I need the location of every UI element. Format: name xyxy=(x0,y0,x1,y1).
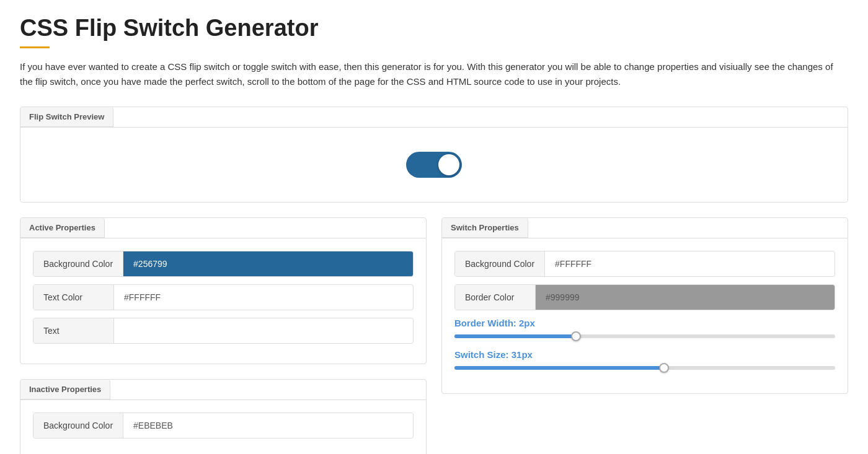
active-properties-header-wrapper: Active Properties xyxy=(20,218,426,238)
left-column: Active Properties Background Color #2567… xyxy=(20,217,427,454)
border-width-label: Border Width: 2px xyxy=(454,318,835,328)
properties-grid: Active Properties Background Color #2567… xyxy=(20,217,848,454)
switch-border-color-row: Border Color #999999 xyxy=(454,284,835,310)
toggle-knob xyxy=(438,154,459,175)
active-text-color-label: Text Color xyxy=(33,285,114,310)
border-width-value: 2px xyxy=(519,318,535,328)
active-text-row: Text xyxy=(33,318,414,344)
preview-panel-header-wrapper: Flip Switch Preview xyxy=(20,107,848,128)
switch-properties-content: Background Color #FFFFFF Border Color #9… xyxy=(442,238,848,393)
preview-panel: Flip Switch Preview xyxy=(20,107,848,203)
preview-panel-header: Flip Switch Preview xyxy=(20,107,113,127)
page-title: CSS Flip Switch Generator xyxy=(20,15,848,41)
switch-border-color-value[interactable]: #999999 xyxy=(536,285,835,310)
switch-border-color-label: Border Color xyxy=(455,285,536,310)
active-text-value[interactable] xyxy=(114,323,413,338)
preview-panel-content xyxy=(20,128,848,202)
switch-properties-header: Switch Properties xyxy=(442,218,528,238)
border-width-track xyxy=(454,334,835,338)
inactive-properties-panel: Inactive Properties Background Color #EB… xyxy=(20,379,427,454)
switch-properties-header-wrapper: Switch Properties xyxy=(442,218,848,238)
title-underline xyxy=(20,46,50,48)
border-width-container: Border Width: 2px xyxy=(454,318,835,338)
active-properties-panel: Active Properties Background Color #2567… xyxy=(20,217,427,364)
inactive-properties-content: Background Color #EBEBEB xyxy=(20,400,426,454)
active-properties-content: Background Color #256799 Text Color #FFF… xyxy=(20,238,426,364)
active-text-label: Text xyxy=(33,318,114,343)
active-text-color-value[interactable]: #FFFFFF xyxy=(114,285,413,310)
switch-size-value: 31px xyxy=(512,349,533,360)
toggle-switch-preview[interactable] xyxy=(406,152,462,178)
inactive-background-color-row: Background Color #EBEBEB xyxy=(33,413,414,439)
switch-size-track xyxy=(454,366,835,370)
switch-size-container: Switch Size: 31px xyxy=(454,349,835,370)
inactive-background-color-value[interactable]: #EBEBEB xyxy=(123,413,413,438)
page-description: If you have ever wanted to create a CSS … xyxy=(20,59,848,89)
right-column: Switch Properties Background Color #FFFF… xyxy=(441,217,848,454)
inactive-properties-header-wrapper: Inactive Properties xyxy=(20,380,426,400)
switch-properties-panel: Switch Properties Background Color #FFFF… xyxy=(441,217,848,394)
border-width-thumb xyxy=(571,331,581,341)
inactive-properties-header: Inactive Properties xyxy=(20,380,110,399)
switch-background-color-label: Background Color xyxy=(455,251,545,276)
switch-size-fill xyxy=(454,366,664,370)
switch-background-color-value[interactable]: #FFFFFF xyxy=(545,251,835,276)
active-background-color-label: Background Color xyxy=(33,251,123,276)
active-background-color-row: Background Color #256799 xyxy=(33,251,414,277)
switch-size-label: Switch Size: 31px xyxy=(454,349,835,360)
inactive-background-color-label: Background Color xyxy=(33,413,123,438)
active-text-color-row: Text Color #FFFFFF xyxy=(33,284,414,310)
active-properties-header: Active Properties xyxy=(20,218,105,238)
border-width-fill xyxy=(454,334,576,338)
active-background-color-value[interactable]: #256799 xyxy=(123,251,413,276)
switch-size-thumb xyxy=(659,363,669,373)
switch-background-color-row: Background Color #FFFFFF xyxy=(454,251,835,277)
